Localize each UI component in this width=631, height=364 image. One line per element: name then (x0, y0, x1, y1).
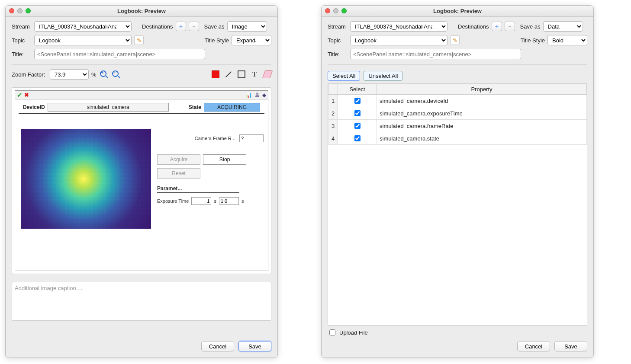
select-all-button[interactable]: Select All (328, 71, 360, 81)
rect-tool-icon[interactable] (238, 70, 245, 78)
save-button[interactable]: Save (554, 341, 587, 351)
title-style-label: Title Style (204, 37, 229, 44)
stream-select[interactable]: ITLAB_900373_NoushadaliAnakkappal (34, 21, 132, 32)
reset-button[interactable]: Reset (157, 168, 200, 179)
title-label: Title: (12, 51, 32, 57)
upload-file-label: Upload File (339, 329, 368, 336)
edit-topic-icon[interactable]: ✎ (134, 35, 144, 45)
row-property: simulated_camera.state (377, 132, 587, 145)
add-destination-button[interactable]: ＋ (176, 22, 186, 31)
cancel-button[interactable]: Cancel (201, 341, 234, 351)
state-value: ACQUIRING (204, 103, 260, 112)
minimize-window-button[interactable] (333, 8, 338, 13)
zoom-factor-label: Zoom Factor: (12, 71, 47, 78)
exposure-unit-2: s (241, 198, 244, 204)
histogram-icon[interactable]: 📊 (245, 92, 252, 98)
save-as-label: Save as (204, 23, 225, 30)
discard-icon[interactable]: ✖ (24, 92, 29, 98)
zoom-window-button[interactable] (341, 8, 347, 13)
exposure-unit: s (214, 198, 216, 204)
row-property: simulated_camera.frameRate (377, 120, 587, 132)
print-icon[interactable]: 🖶 (254, 92, 260, 98)
topic-select[interactable]: Logbook (34, 35, 132, 45)
close-window-button[interactable] (325, 8, 330, 13)
exposure-input[interactable] (191, 197, 211, 205)
window-title: Logbook: Preview (117, 8, 166, 14)
device-id-value: simulated_camera (48, 103, 169, 112)
row-select-checkbox[interactable] (354, 123, 361, 129)
remove-destination-button[interactable]: － (189, 22, 199, 31)
row-index: 1 (328, 95, 338, 107)
save-as-select[interactable]: Data (543, 21, 583, 32)
scene-panel: ✔ ✖ 📊 🖶 ◆ DeviceID simulated_camera Stat… (15, 90, 268, 271)
titlebar: Logbook: Preview (6, 6, 277, 17)
minimize-window-button[interactable] (17, 8, 23, 13)
acquire-button[interactable]: Acquire (157, 154, 200, 165)
title-style-label: Title Style (520, 37, 545, 44)
zoom-factor-select[interactable]: 73.9 (50, 69, 89, 80)
row-index: 4 (328, 132, 338, 145)
close-window-button[interactable] (9, 8, 14, 13)
titlebar: Logbook: Preview (322, 6, 593, 17)
row-select-checkbox[interactable] (354, 110, 361, 116)
stop-button[interactable]: Stop (203, 154, 246, 165)
title-input[interactable] (350, 49, 521, 59)
row-property: simulated_camera.exposureTime (377, 107, 587, 120)
table-row: 3simulated_camera.frameRate (328, 120, 587, 132)
topic-label: Topic (12, 37, 32, 44)
remove-destination-button[interactable]: － (505, 22, 515, 31)
title-style-select[interactable]: Bold (547, 35, 587, 45)
stream-label: Stream (328, 23, 348, 30)
zoom-out-icon[interactable]: − (111, 70, 121, 79)
stream-label: Stream (12, 23, 32, 30)
settings-gem-icon[interactable]: ◆ (262, 92, 266, 98)
caption-textarea[interactable]: Additional image caption ... (12, 282, 271, 321)
save-as-label: Save as (520, 23, 541, 30)
save-button[interactable]: Save (238, 341, 271, 351)
text-tool-icon[interactable]: T (251, 70, 258, 78)
properties-table-wrap: Select Property 1simulated_camera.device… (328, 83, 587, 326)
frame-rate-input[interactable] (239, 134, 264, 142)
window-title: Logbook: Preview (433, 8, 482, 14)
parameters-heading: Paramet... (157, 185, 239, 193)
select-header: Select (338, 84, 377, 95)
cancel-button[interactable]: Cancel (517, 341, 550, 351)
upload-file-checkbox[interactable] (329, 329, 335, 335)
exposure-label: Exposure Time (157, 198, 189, 204)
exposure-input-2[interactable] (219, 197, 239, 205)
logbook-preview-data-window: Logbook: Preview Stream ITLAB_900373_Nou… (321, 5, 594, 358)
line-tool-icon[interactable] (225, 70, 232, 78)
eraser-tool-icon[interactable] (264, 70, 271, 78)
zoom-in-icon[interactable]: + (99, 70, 109, 79)
edit-topic-icon[interactable]: ✎ (450, 35, 460, 45)
destinations-label: Destinations (142, 23, 173, 30)
add-destination-button[interactable]: ＋ (492, 22, 502, 31)
save-as-select[interactable]: Image (227, 21, 267, 32)
apply-icon[interactable]: ✔ (17, 91, 23, 99)
stream-select[interactable]: ITLAB_900373_NoushadaliAnakkappal (350, 21, 447, 32)
row-select-checkbox[interactable] (354, 135, 361, 141)
property-header: Property (377, 84, 587, 95)
fill-rect-tool-icon[interactable] (212, 70, 219, 78)
table-row: 2simulated_camera.exposureTime (328, 107, 587, 120)
state-label: State (189, 104, 201, 110)
row-property: simulated_camera.deviceId (377, 95, 587, 107)
unselect-all-button[interactable]: Unselect All (364, 71, 402, 81)
preview-canvas: ✔ ✖ 📊 🖶 ◆ DeviceID simulated_camera Stat… (12, 87, 271, 274)
logbook-preview-image-window: Logbook: Preview Stream ITLAB_900373_Nou… (5, 5, 278, 358)
percent-label: % (91, 71, 97, 78)
row-index: 2 (328, 107, 338, 120)
destinations-label: Destinations (458, 23, 489, 30)
camera-image (21, 129, 151, 229)
row-select-checkbox[interactable] (354, 98, 361, 104)
table-row: 4simulated_camera.state (328, 132, 587, 145)
frame-rate-label: Camera Frame R ... (195, 136, 237, 141)
properties-table: Select Property 1simulated_camera.device… (328, 84, 587, 145)
zoom-window-button[interactable] (26, 8, 31, 13)
title-input[interactable] (34, 49, 205, 59)
topic-select[interactable]: Logbook (350, 35, 447, 45)
topic-label: Topic (328, 37, 348, 44)
row-index: 3 (328, 120, 338, 132)
device-id-label: DeviceID (23, 104, 45, 110)
title-style-select[interactable]: Expandable (232, 35, 271, 45)
